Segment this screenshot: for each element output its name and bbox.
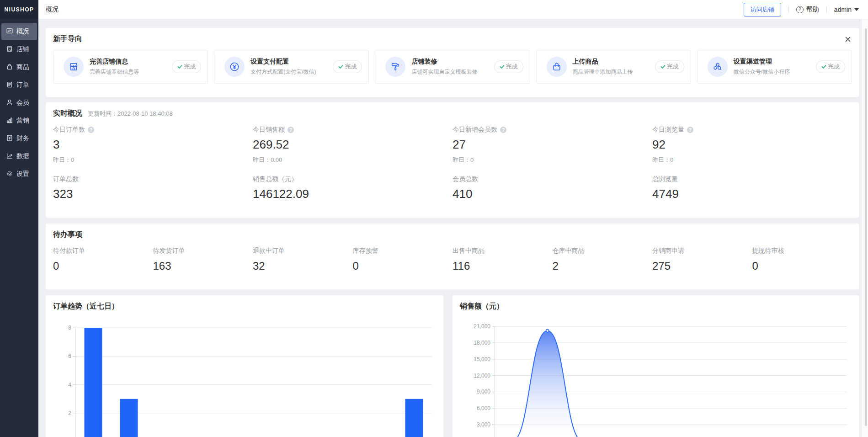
stat-label: 总浏览量 [652, 175, 678, 183]
niushop-admin-dashboard: { "colors": { "accent_blue": "#2d62f5", … [0, 0, 868, 437]
realtime-title: 实时概况 [53, 109, 82, 118]
todo-pending-payment[interactable]: 待付款订单 0 [53, 247, 153, 272]
todo-label: 分销商申请 [652, 247, 752, 255]
todo-stock-warning[interactable]: 库存预警 0 [353, 247, 453, 272]
todo-distributor-applications[interactable]: 分销商申请 275 [652, 247, 752, 272]
todo-value: 0 [53, 260, 153, 272]
todo-value: 32 [253, 260, 353, 272]
svg-text:3,000: 3,000 [477, 421, 490, 428]
todo-value: 116 [453, 260, 553, 272]
update-time-value: 2022-08-10 18:40:08 [117, 110, 173, 117]
svg-text:6,000: 6,000 [477, 405, 490, 411]
stat-value: 92 [652, 138, 852, 152]
realtime-overview-panel: 实时概况 更新时间：2022-08-10 18:40:08 今日订单数? 3 昨… [46, 102, 859, 218]
stat-value: 146122.09 [253, 187, 453, 201]
stat-label: 今日订单数 [53, 126, 85, 134]
order-trend-chart: 2468 [46, 295, 443, 437]
todo-goods-in-warehouse[interactable]: 仓库中商品 2 [553, 247, 653, 272]
main-content: 新手导向 完善店铺信息 完善店铺基础信息等 完成 [38, 19, 868, 437]
guide-card-payment[interactable]: 设置支付配置 支付方式配置(支付宝/微信) 完成 [214, 50, 369, 84]
done-label: 完成 [184, 63, 196, 71]
bar-chart-icon [6, 117, 13, 125]
overview-icon [6, 27, 13, 36]
finance-book-icon [6, 134, 13, 143]
guide-card-channels[interactable]: 设置渠道管理 微信公众号/微信小程序 完成 [697, 50, 852, 84]
stat-yesterday: 昨日：0 [53, 156, 253, 164]
todo-value: 0 [353, 260, 453, 272]
sales-amount-panel: 销售额（元） 3,0006,0009,00012,00015,00018,000… [453, 295, 859, 437]
guide-card-upload-goods[interactable]: 上传商品 商品管理中添加商品上传 完成 [536, 50, 691, 84]
guide-card-title: 设置支付配置 [250, 58, 316, 66]
todo-refunding-orders[interactable]: 退款中订单 32 [253, 247, 353, 272]
todo-title: 待办事项 [53, 230, 82, 238]
storefront-icon [64, 57, 84, 77]
stat-today-new-members: 今日新增会员数? 27 昨日：0 [453, 126, 652, 164]
question-icon[interactable]: ? [288, 127, 294, 133]
sidebar-item-shop[interactable]: 店铺 [1, 41, 37, 58]
update-time: 更新时间：2022-08-10 18:40:08 [88, 110, 173, 118]
svg-text:9,000: 9,000 [477, 389, 490, 395]
guide-card-shop-info[interactable]: 完善店铺信息 完善店铺基础信息等 完成 [53, 50, 208, 84]
user-menu[interactable]: admin [834, 6, 859, 13]
sidebar: NIUSHOP 概况 店铺 商品 订单 会员 营销 财务 [0, 0, 38, 437]
gear-icon [6, 170, 13, 179]
total-stats: 订单总数 323 销售总额（元） 146122.09 会员总数 410 总浏览量… [53, 175, 852, 201]
close-icon[interactable] [844, 35, 852, 43]
todo-panel: 待办事项 待付款订单 0 待发货订单 163 退款中订单 32 库存预警 0 出… [46, 224, 859, 289]
guide-card-subtitle: 店铺可实现自定义模板装修 [411, 68, 477, 76]
yuan-circle-icon [224, 57, 245, 77]
channels-icon [708, 57, 728, 77]
stat-label: 今日销售额 [253, 126, 285, 134]
done-label: 完成 [828, 63, 840, 71]
guide-card-subtitle: 完善店铺基础信息等 [90, 68, 139, 76]
stat-value: 27 [453, 138, 652, 152]
check-icon [177, 64, 182, 69]
bag-icon [6, 63, 13, 72]
todo-label: 待发货订单 [153, 247, 253, 255]
guide-card-decorate[interactable]: 店铺装修 店铺可实现自定义模板装修 完成 [375, 50, 530, 84]
guide-card-title: 上传商品 [573, 58, 633, 66]
done-label: 完成 [506, 63, 518, 71]
svg-text:18,000: 18,000 [474, 340, 490, 346]
sidebar-item-members[interactable]: 会员 [1, 95, 37, 111]
stat-value: 269.52 [253, 138, 453, 152]
clipboard-icon [6, 81, 13, 90]
stat-label: 今日新增会员数 [453, 126, 497, 134]
guide-card-subtitle: 微信公众号/微信小程序 [734, 68, 790, 76]
sidebar-nav: 概况 店铺 商品 订单 会员 营销 财务 数据 [0, 19, 38, 182]
question-icon[interactable]: ? [687, 127, 693, 133]
todo-withdrawal-review[interactable]: 提现待审核 0 [752, 247, 852, 272]
charts-row: 订单趋势（近七日） 2468 销售额（元） 3,0006,0009,00012,… [46, 295, 859, 437]
username: admin [834, 6, 852, 13]
sidebar-item-label: 财务 [16, 134, 29, 143]
sidebar-item-label: 营销 [16, 117, 29, 125]
sidebar-item-settings[interactable]: 设置 [1, 166, 37, 182]
todo-value: 275 [652, 260, 752, 272]
svg-text:15,000: 15,000 [474, 356, 490, 362]
stat-total-members: 会员总数 410 [453, 175, 652, 201]
sidebar-item-finance[interactable]: 财务 [1, 130, 37, 147]
sidebar-item-orders[interactable]: 订单 [1, 77, 37, 93]
order-trend-title: 订单趋势（近七日） [53, 302, 119, 311]
todo-goods-on-sale[interactable]: 出售中商品 116 [453, 247, 553, 272]
help-button[interactable]: ? 帮助 [796, 5, 819, 14]
sidebar-item-marketing[interactable]: 营销 [1, 112, 37, 129]
sidebar-item-goods[interactable]: 商品 [1, 59, 37, 75]
todo-pending-shipment[interactable]: 待发货订单 163 [153, 247, 253, 272]
paint-roller-icon [385, 57, 405, 77]
todo-label: 库存预警 [353, 247, 453, 255]
question-icon[interactable]: ? [88, 127, 94, 133]
sidebar-item-overview[interactable]: 概况 [1, 23, 37, 40]
sidebar-item-label: 商品 [16, 63, 29, 71]
scrollbar-thumb[interactable] [865, 28, 867, 426]
help-icon: ? [796, 6, 804, 13]
stat-total-orders: 订单总数 323 [53, 175, 253, 201]
todo-label: 提现待审核 [752, 247, 852, 255]
check-icon [821, 64, 826, 69]
sidebar-item-data[interactable]: 数据 [1, 148, 37, 165]
stat-value: 4749 [652, 187, 852, 201]
visit-shop-button[interactable]: 访问店铺 [744, 3, 781, 16]
question-icon[interactable]: ? [500, 127, 506, 133]
scrollbar-track[interactable] [861, 19, 868, 437]
stat-today-orders: 今日订单数? 3 昨日：0 [53, 126, 253, 164]
